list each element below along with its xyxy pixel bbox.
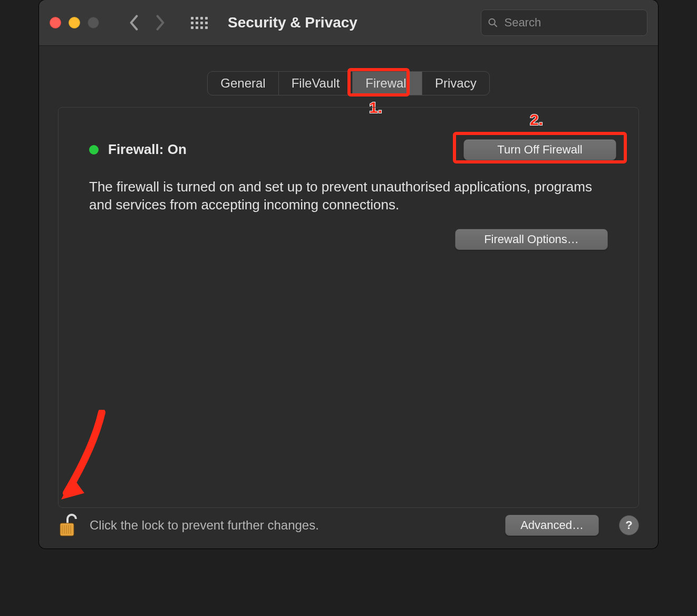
search-icon xyxy=(488,17,498,28)
search-input[interactable] xyxy=(503,15,641,30)
tab-filevault[interactable]: FileVault xyxy=(279,72,353,95)
firewall-description: The firewall is turned on and set up to … xyxy=(89,178,595,214)
annotation-label-2: 2. xyxy=(530,111,543,129)
firewall-panel: Firewall: On Turn Off Firewall 2. The fi… xyxy=(58,107,639,508)
advanced-button[interactable]: Advanced… xyxy=(505,515,599,536)
tab-firewall[interactable]: Firewall xyxy=(353,72,422,95)
content-area: General FileVault Firewall Privacy 1. Fi… xyxy=(39,46,658,548)
nav-arrows xyxy=(123,12,171,33)
firewall-status-label: Firewall: On xyxy=(108,141,187,158)
help-button[interactable]: ? xyxy=(619,515,639,535)
window-title: Security & Privacy xyxy=(228,14,357,31)
minimize-window-button[interactable] xyxy=(69,17,80,28)
window-controls xyxy=(50,17,99,28)
search-field[interactable] xyxy=(481,9,647,36)
status-indicator-icon xyxy=(89,145,99,155)
zoom-window-button[interactable] xyxy=(88,17,99,28)
firewall-options-button[interactable]: Firewall Options… xyxy=(455,229,608,250)
forward-button[interactable] xyxy=(150,12,171,33)
lock-button[interactable] xyxy=(58,513,79,538)
lock-hint-text: Click the lock to prevent further change… xyxy=(90,518,319,533)
back-button[interactable] xyxy=(123,12,144,33)
titlebar: Security & Privacy xyxy=(39,0,658,46)
svg-line-1 xyxy=(495,24,497,26)
turn-off-firewall-button[interactable]: Turn Off Firewall xyxy=(463,139,616,160)
tab-privacy[interactable]: Privacy xyxy=(422,72,489,95)
tab-bar: General FileVault Firewall Privacy xyxy=(207,71,489,95)
tab-general[interactable]: General xyxy=(208,72,278,95)
lock-open-icon xyxy=(58,513,79,538)
footer: Click the lock to prevent further change… xyxy=(39,502,658,548)
close-window-button[interactable] xyxy=(50,17,61,28)
preferences-window: Security & Privacy General FileVault Fir… xyxy=(39,0,658,548)
show-all-icon[interactable] xyxy=(190,13,209,32)
